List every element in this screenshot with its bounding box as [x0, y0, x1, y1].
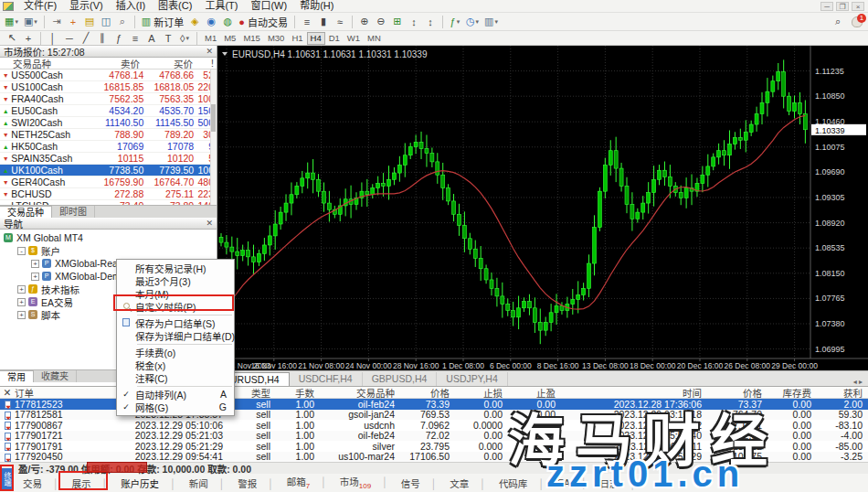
- terminal-close-icon[interactable]: ✕: [0, 387, 15, 398]
- templates-folder-button[interactable]: ▤: [81, 14, 98, 29]
- profiles-button[interactable]: ▣▾: [21, 14, 40, 29]
- expand-icon[interactable]: +: [17, 298, 26, 306]
- navigator-tab[interactable]: 收藏夹: [34, 370, 77, 382]
- web-globe-button[interactable]: ◍: [219, 14, 236, 29]
- shapes-tool[interactable]: ◊▾: [176, 30, 193, 46]
- search-icon[interactable]: ⌕: [830, 14, 846, 29]
- terminal-tab-展示[interactable]: 展示│: [66, 476, 115, 490]
- mw-col-0[interactable]: 交易品种: [0, 57, 84, 70]
- collapse-icon[interactable]: -: [17, 247, 26, 255]
- history-col-11[interactable]: 获利: [817, 386, 868, 400]
- terminal-tab-代码库[interactable]: 代码库│: [492, 476, 551, 490]
- terminal-tab-警报[interactable]: 警报│: [231, 476, 281, 490]
- new-chart-button[interactable]: ▦▾: [2, 14, 21, 29]
- menu-5[interactable]: 窗口(W): [244, 0, 293, 12]
- accounts-button[interactable]: ◉: [203, 14, 219, 29]
- market-watch-row[interactable]: ▲UK100Cash7738.507739.50100: [0, 165, 217, 176]
- market-watch-row[interactable]: ▼US100Cash16815.8516818.05220: [0, 81, 217, 93]
- expand-icon[interactable]: +: [31, 260, 39, 268]
- terminal-side-tab[interactable]: 终端: [1, 468, 12, 490]
- history-col-4[interactable]: 交易品种: [320, 386, 400, 400]
- chart-canvas[interactable]: 1.112351.108501.104601.100751.096901.093…: [217, 46, 868, 370]
- context-menu-item[interactable]: 所有交易记录(H): [117, 262, 234, 274]
- vline-tool[interactable]: │: [45, 30, 61, 46]
- market-watch-row[interactable]: ▼LTCUSD73.4073.80140: [0, 200, 217, 205]
- new-order-button[interactable]: ▥新订单: [139, 14, 186, 29]
- zoom-out-button[interactable]: ⊖: [373, 14, 389, 29]
- market-watch-row[interactable]: ▲EU50Cash4534.204535.70150: [0, 105, 217, 117]
- tree-item[interactable]: MXM Global MT4: [0, 231, 217, 244]
- market-watch-scrollbar[interactable]: [210, 70, 217, 205]
- tree-item[interactable]: -$账户: [0, 244, 217, 257]
- terminal-tab-市场[interactable]: 市场109│: [333, 475, 395, 490]
- arrange-b-button[interactable]: ↕: [422, 14, 439, 29]
- market-watch-row[interactable]: ▼SPAIN35Cash10115101205: [0, 153, 217, 165]
- timeframe-d1[interactable]: D1: [325, 32, 344, 45]
- history-col-3[interactable]: 手数: [276, 386, 320, 400]
- terminal-tab-交易[interactable]: 交易│: [16, 476, 66, 490]
- menu-2[interactable]: 插入(I): [110, 0, 152, 12]
- chart-shift-button[interactable]: ⇥: [48, 14, 65, 29]
- expand-icon[interactable]: +: [17, 311, 26, 319]
- label-tool[interactable]: T: [160, 30, 176, 46]
- market-watch-tab[interactable]: 即时图: [52, 206, 95, 218]
- timeframe-m5[interactable]: M5: [220, 32, 239, 45]
- timeframe-w1[interactable]: W1: [344, 32, 364, 45]
- candles-style-button[interactable]: ▮: [315, 14, 332, 29]
- history-col-0[interactable]: 订单: [15, 386, 91, 400]
- mw-col-3[interactable]: !: [193, 58, 217, 69]
- history-col-2[interactable]: 类型: [228, 386, 276, 400]
- line-style-button[interactable]: ≈: [332, 14, 348, 29]
- navigator-close-icon[interactable]: ✕: [206, 219, 213, 228]
- terminal-tab-信号[interactable]: 信号│: [395, 476, 444, 490]
- context-menu-item[interactable]: ✓网格(G)G: [117, 401, 234, 413]
- timeframe-m1[interactable]: M1: [201, 32, 220, 45]
- trendline-tool[interactable]: ╱: [78, 30, 94, 46]
- menu-1[interactable]: 显示(V): [63, 0, 110, 12]
- market-watch-close-icon[interactable]: ✕: [206, 47, 213, 56]
- context-menu-item[interactable]: 最近3个月(3): [117, 274, 234, 287]
- menu-4[interactable]: 工具(T): [198, 0, 244, 12]
- context-menu-item[interactable]: 保存为详细户口结单(D): [117, 329, 234, 342]
- menu-3[interactable]: 图表(C): [152, 0, 198, 12]
- context-menu-item[interactable]: 注释(C): [117, 371, 234, 384]
- chart-window[interactable]: 1.112351.108501.104601.100751.096901.093…: [217, 46, 868, 386]
- expand-icon[interactable]: +: [31, 273, 39, 281]
- add-indicator-button[interactable]: ƒ▾: [447, 14, 463, 29]
- auto-scroll-button[interactable]: +: [65, 14, 81, 29]
- restore-button[interactable]: ❐: [836, 2, 849, 11]
- market-watch-row[interactable]: ▲HK50Cash17069170789: [0, 141, 217, 153]
- chart-tab[interactable]: USDCHF,H4: [290, 372, 363, 386]
- history-center-button[interactable]: ◈: [186, 14, 203, 29]
- notification-bell-icon[interactable]: 1: [852, 16, 863, 27]
- chart-tab[interactable]: GBPUSD,H4: [363, 372, 438, 386]
- market-watch-row[interactable]: ▼NETH25Cash788.90789.2030: [0, 129, 217, 141]
- market-watch-row[interactable]: ▼FRA40Cash7562.357563.35100: [0, 93, 217, 105]
- chart-tab[interactable]: USDJPY,H4: [437, 372, 507, 386]
- menu-0[interactable]: 文件(F): [17, 0, 63, 12]
- context-menu-item[interactable]: 本月(M): [117, 287, 234, 300]
- timeframe-mn[interactable]: MN: [364, 32, 385, 45]
- market-watch-row[interactable]: ▲SWI20Cash11140.5011145.50500: [0, 117, 217, 129]
- timeframe-m15[interactable]: M15: [239, 32, 263, 45]
- hlevels-tool[interactable]: ≡: [127, 30, 143, 46]
- context-menu-item[interactable]: 保存为户口结单(S): [117, 316, 234, 329]
- channel-tool[interactable]: ∥: [94, 30, 111, 46]
- cursor-tool[interactable]: ↖: [4, 30, 20, 46]
- menu-6[interactable]: 帮助(H): [293, 0, 340, 12]
- tile-windows-button[interactable]: ⊞: [389, 14, 406, 29]
- template-button[interactable]: ▥▾: [482, 14, 501, 29]
- minimize-button[interactable]: ─: [820, 2, 833, 11]
- terminal-tab-邮箱[interactable]: 邮箱7│: [281, 475, 333, 490]
- fibonacci-tool[interactable]: ƒ: [111, 30, 127, 46]
- zoom-in-button[interactable]: ⊕: [356, 14, 373, 29]
- data-window-button[interactable]: ◫: [98, 14, 114, 29]
- bars-style-button[interactable]: ≡: [299, 14, 315, 29]
- context-menu-item[interactable]: 税金(x): [117, 358, 234, 371]
- market-watch-row[interactable]: ▼GER40Cash16759.9016764.70480: [0, 176, 217, 188]
- timeframe-m30[interactable]: M30: [264, 32, 288, 45]
- context-menu-item[interactable]: ✓自动排列(A)A: [117, 388, 234, 401]
- market-watch-row[interactable]: ▼US500Cash4768.144768.6652: [0, 70, 217, 81]
- text-tool[interactable]: A: [143, 30, 160, 46]
- terminal-tab-新闻[interactable]: 新闻│: [183, 476, 232, 490]
